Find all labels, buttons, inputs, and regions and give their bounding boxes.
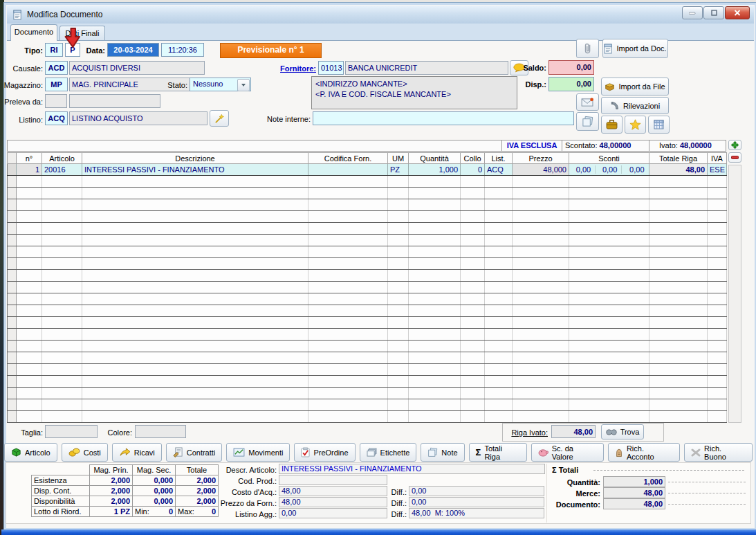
tab-documento[interactable]: Documento [10,24,57,41]
grid-empty-row[interactable] [8,235,727,246]
rich-acconto-button[interactable]: Rich. Acconto [608,443,680,462]
binoculars-icon [606,428,617,436]
grid-empty-row[interactable] [8,282,727,293]
cell-prezzo[interactable]: 48,000 [513,164,569,176]
articolo-button[interactable]: Articolo [4,443,57,462]
import-da-doc-button[interactable]: Import da Doc. [602,39,668,58]
cell-totale-riga[interactable]: 48,00 [649,164,708,176]
grid-empty-row[interactable] [8,329,727,341]
grid-vertical-scrollbar[interactable] [728,165,741,423]
diff2-field: 0,00 [409,497,544,507]
window-bottom-edge [1,529,756,535]
disp-label: Disp.: [519,80,546,89]
saldo-field: 0,00 [548,60,594,75]
grid-empty-row[interactable] [8,176,727,188]
grid-empty-row[interactable] [8,188,727,199]
cell-sconti[interactable]: 0,000,000,00 [569,164,649,176]
remove-row-button[interactable] [728,152,741,163]
maximize-button[interactable] [703,6,724,19]
grid-empty-row[interactable] [8,411,727,423]
tipo-field-1[interactable]: RI [45,43,63,57]
diff1-label: Diff.: [387,487,407,497]
sc-da-valore-button[interactable]: Sc. da Valore [531,443,604,462]
ricavi-button[interactable]: Ricavi [112,443,162,462]
copy-icon [582,116,593,127]
listino-agg-field: 0,00 [279,508,387,518]
stato-dropdown[interactable]: Nessuno [190,78,251,91]
allegati-button[interactable] [576,39,599,58]
chevron-down-icon[interactable] [237,79,250,91]
listino-code-field[interactable]: ACQ [45,111,68,125]
grid-empty-row[interactable] [8,258,727,270]
stat-row-lotto: Lotto di Riord. 1 PZ Min:0 Max:0 [32,507,219,517]
trova-button[interactable]: Trova [601,424,644,439]
fornitore-address-box: <INDIRIZZO MANCANTE> <P. IVA E COD. FISC… [311,76,517,109]
hand-icon [615,448,623,457]
minimize-button[interactable] [682,6,703,19]
grid-empty-row[interactable] [8,293,727,305]
preordine-button[interactable]: PreOrdine [294,443,355,462]
magazzino-label: Magazzino: [1,80,43,90]
table-view-button[interactable] [648,116,670,134]
etichette-button[interactable]: Etichette [360,443,417,462]
email-button[interactable] [576,93,599,111]
cell-collo[interactable]: 0 [461,164,485,176]
ora-field[interactable]: 11:20:36 [161,43,204,57]
listino-wizard-button[interactable] [210,110,229,127]
copy-note-button[interactable] [576,112,599,131]
iva-esclusa-label: IVA ESCLUSA [501,140,562,152]
close-button[interactable] [725,6,750,19]
magazzino-code-field[interactable]: MP [45,78,68,91]
briefcase-button[interactable] [601,116,623,134]
grid-empty-row[interactable] [8,388,727,399]
descr-articolo-field: INTERESSI PASSIVI - FINANZIAMENTO [279,464,545,474]
cell-list[interactable]: ACQ [485,164,513,176]
plus-icon [731,141,739,149]
cell-articolo[interactable]: 20016 [42,164,82,176]
grid-empty-row[interactable] [8,199,727,211]
fornitore-code-field[interactable]: 01013 [318,61,344,75]
grid-empty-row[interactable] [8,270,727,282]
grid-empty-row[interactable] [8,399,727,411]
magic-wand-icon [214,114,225,124]
col-quantita: Quantità [409,153,461,164]
note-button[interactable]: Note [421,443,464,462]
import-da-file-button[interactable]: Import da File [601,78,669,96]
grid-empty-row[interactable] [8,211,727,223]
saldo-label: Saldo: [519,63,546,73]
tot-merce-field: 48,00 [603,487,665,498]
grid-empty-row[interactable] [8,376,727,388]
grid-empty-row[interactable] [8,223,727,235]
rich-buono-button: Rich. Buono [684,443,753,462]
grid-empty-row[interactable] [8,317,727,329]
costi-button[interactable]: Costi [62,443,108,462]
movimenti-button[interactable]: Movimenti [226,443,290,462]
col-collo: Collo [461,153,485,164]
add-row-button[interactable] [728,140,741,150]
totali-riga-button[interactable]: Σ Totali Riga [469,443,527,462]
contratti-button[interactable]: Contratti [166,443,223,462]
cell-iva[interactable]: ESE [708,164,727,176]
data-field[interactable]: 20-03-2024 [107,43,159,57]
favorites-button[interactable] [625,116,646,134]
col-totale-riga: Totale Riga [649,153,708,164]
preleva-desc-field [69,94,160,108]
fornitore-link[interactable]: Fornitore: [272,64,316,73]
grid-empty-row[interactable] [8,364,727,376]
col-n: n° [17,153,42,164]
barcode-scanner-icon [610,101,620,111]
cell-codifica-forn[interactable] [308,164,388,176]
grid-empty-row[interactable] [8,246,727,258]
col-list: List. [485,153,513,164]
cell-descrizione[interactable]: INTERESSI PASSIVI - FINANZIAMENTO [82,164,308,176]
cell-n[interactable]: 1 [17,164,42,176]
note-interne-field[interactable] [313,111,574,125]
grid-empty-row[interactable] [8,341,727,352]
causale-code-field[interactable]: ACD [45,61,68,75]
grid-data-row[interactable]: 1 20016 INTERESSI PASSIVI - FINANZIAMENT… [8,164,727,176]
cell-um[interactable]: PZ [388,164,409,176]
grid-empty-row[interactable] [8,305,727,317]
cell-quantita[interactable]: 1,000 [409,164,461,176]
grid-empty-row[interactable] [8,352,727,364]
rilevazioni-button[interactable]: Rilevazioni [601,97,669,114]
